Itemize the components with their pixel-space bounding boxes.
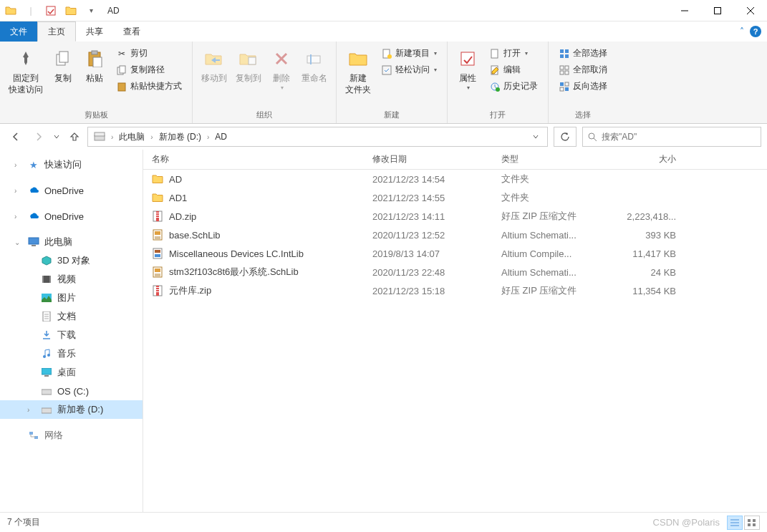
close-button[interactable] [734,0,767,21]
sidebar-3d-objects[interactable]: 3D 对象 [0,251,143,270]
invert-selection-button[interactable]: 反向选择 [556,79,610,94]
search-icon [587,132,597,142]
new-folder-button[interactable]: 新建 文件夹 [341,44,375,98]
address-dropdown[interactable] [527,128,544,145]
file-row[interactable]: AD.zip2021/12/23 14:11好压 ZIP 压缩文件2,223,4… [143,207,767,226]
breadcrumb-folder[interactable]: AD [212,132,230,142]
paste-button[interactable]: 粘贴 [79,44,110,87]
sidebar-desktop[interactable]: 桌面 [0,363,143,382]
svg-rect-86 [753,519,756,522]
new-folder-icon [347,47,370,70]
intlib-icon [150,246,165,261]
rename-button[interactable]: 重命名 [297,44,332,87]
sidebar-this-pc[interactable]: ⌄此电脑 [0,233,143,251]
search-box[interactable] [582,127,761,147]
sidebar-os-c[interactable]: OS (C:) [0,382,143,400]
sidebar-music[interactable]: 音乐 [0,344,143,363]
address-bar[interactable]: › 此电脑 › 新加卷 (D:) › AD [87,127,548,147]
edit-button[interactable]: 编辑 [486,62,541,77]
copy-path-icon [116,64,127,76]
sidebar-videos[interactable]: 视频 [0,270,143,289]
paste-shortcut-button[interactable]: 粘贴快捷方式 [113,79,185,94]
move-to-button[interactable]: 移动到 [197,44,231,87]
file-size: 11,354 KB [609,286,688,296]
tab-view[interactable]: 查看 [113,21,150,42]
svg-rect-37 [565,87,569,91]
up-button[interactable] [64,127,85,147]
svg-rect-11 [120,66,125,73]
folder-icon [150,190,165,205]
sidebar-onedrive-2[interactable]: ›OneDrive [0,207,143,226]
svg-rect-30 [560,66,564,69]
pin-button[interactable]: 固定到 快速访问 [4,44,47,98]
status-bar: 7 个项目 CSDN @Polaris [0,512,767,532]
sidebar-onedrive-1[interactable]: ›OneDrive [0,181,143,200]
file-type: Altium Compile... [501,248,609,259]
easy-access-button[interactable]: 轻松访问▾ [378,62,440,77]
refresh-button[interactable] [554,127,577,147]
icons-view-button[interactable] [744,516,760,530]
file-type: 好压 ZIP 压缩文件 [501,210,609,223]
file-row[interactable]: stm32f103c8t6最小系统.SchLib2020/11/23 22:48… [143,263,767,281]
file-row[interactable]: 元件库.zip2021/12/23 15:18好压 ZIP 压缩文件11,354… [143,281,767,300]
file-date: 2021/12/23 15:18 [372,286,501,296]
chevron-right-icon[interactable]: › [206,133,211,141]
file-name: AD [169,174,372,185]
details-view-button[interactable] [727,516,743,530]
tab-share[interactable]: 共享 [76,21,113,42]
copy-path-button[interactable]: 复制路径 [113,62,185,77]
properties-button[interactable]: 属性 ▾ [452,44,483,94]
sidebar-network[interactable]: 网络 [0,426,143,445]
cut-button[interactable]: ✂剪切 [113,46,185,61]
file-list[interactable]: AD2021/12/23 14:54文件夹AD12021/12/23 14:55… [143,170,767,512]
sidebar-pictures[interactable]: 图片 [0,289,143,307]
svg-rect-32 [560,71,564,74]
help-icon[interactable]: ? [750,26,761,37]
select-all-button[interactable]: 全部选择 [556,46,610,61]
copy-button[interactable]: 复制 [47,44,79,87]
file-row[interactable]: AD12021/12/23 14:55文件夹 [143,188,767,207]
copy-to-button[interactable]: 复制到 [231,44,266,87]
group-label-organize: 组织 [193,110,336,123]
column-size[interactable]: 大小 [609,153,688,165]
file-size: 393 KB [609,230,688,241]
breadcrumb-drive[interactable]: 新加卷 (D:) [156,131,204,143]
properties-icon[interactable] [43,3,59,19]
breadcrumb-this-pc[interactable]: 此电脑 [116,131,148,143]
file-row[interactable]: base.SchLib2020/11/23 12:52Altium Schema… [143,226,767,244]
svg-rect-67 [155,231,160,235]
open-button[interactable]: 打开▾ [486,46,541,61]
schlib-icon [150,228,165,242]
ribbon-collapse-icon[interactable]: ˄ [740,26,744,37]
back-button[interactable] [6,127,26,147]
film-icon [40,273,53,286]
column-date[interactable]: 修改日期 [372,153,501,165]
minimize-button[interactable] [668,0,701,21]
column-type[interactable]: 类型 [501,153,609,165]
chevron-right-icon[interactable]: › [110,133,115,141]
chevron-right-icon[interactable]: › [149,133,154,141]
sidebar-documents[interactable]: 文档 [0,307,143,326]
search-input[interactable] [602,132,756,142]
svg-rect-36 [560,87,564,91]
tab-home[interactable]: 主页 [37,21,76,42]
folder-small-icon[interactable] [63,3,79,19]
svg-rect-80 [156,289,159,290]
navigation-pane[interactable]: ›★快速访问 ›OneDrive ›OneDrive ⌄此电脑 3D 对象 视频… [0,150,143,512]
sidebar-quick-access[interactable]: ›★快速访问 [0,155,143,174]
qat-dropdown[interactable]: ▾ [83,3,99,19]
history-button[interactable]: 历史记录 [486,79,541,94]
svg-rect-59 [29,432,33,435]
sidebar-new-vol-d[interactable]: ›新加卷 (D:) [0,400,143,419]
tab-file[interactable]: 文件 [0,21,37,42]
sidebar-downloads[interactable]: 下载 [0,326,143,344]
file-row[interactable]: Miscellaneous Devices LC.IntLib2019/8/13… [143,244,767,263]
file-row[interactable]: AD2021/12/23 14:54文件夹 [143,170,767,188]
delete-button[interactable]: 删除 ▾ [266,44,297,94]
forward-button[interactable] [29,127,49,147]
recent-dropdown[interactable] [52,127,62,147]
select-none-button[interactable]: 全部取消 [556,62,610,77]
new-item-button[interactable]: 新建项目▾ [378,46,440,61]
maximize-button[interactable] [701,0,734,21]
column-name[interactable]: 名称 [143,153,372,165]
